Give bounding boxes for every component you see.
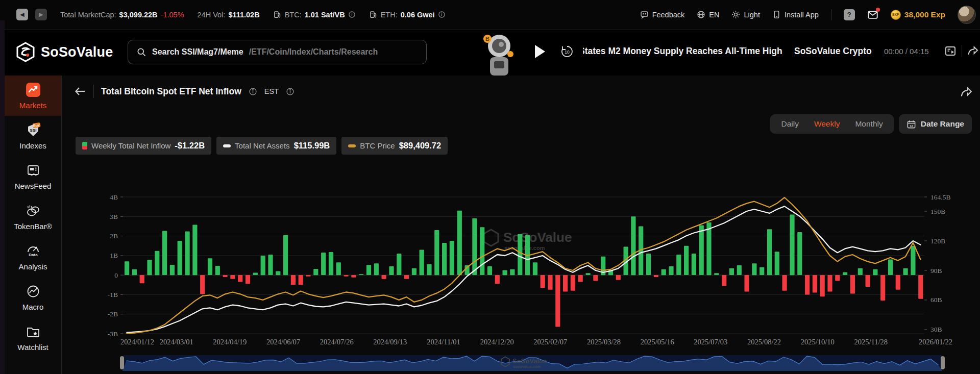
info-icon[interactable] [438,11,446,18]
market-cap-stat: Total MarketCap: $3,099.22B -1.05% [60,11,184,19]
sidebar-item-label: Watchlist [17,343,48,352]
assets-swatch-icon [223,144,231,147]
svg-text:-3B: -3B [108,330,118,338]
search-input[interactable]: Search SSI/Mag7/Meme/ETF/Coin/Index/Char… [128,40,427,64]
language-selector[interactable]: EN [697,10,719,19]
chart-page: Total Bitcoin Spot ETF Net Inflow EST Da… [62,76,980,374]
video-time: 00:00 / 04:15 [884,47,929,56]
back-arrow-icon[interactable] [74,85,86,97]
sidebar-item-macro[interactable]: Macro [5,277,61,317]
svg-text:2024/06/07: 2024/06/07 [266,338,300,346]
user-avatar[interactable] [958,6,976,24]
sidebar-item-indexes[interactable]: SSIBuy Indexes [5,116,61,156]
exp-balance[interactable]: EXP 38,000 Exp [891,10,945,20]
token-coins-icon [26,203,41,218]
divider [962,45,962,57]
eth-gas-value: 0.06 Gwei [401,11,435,19]
sidebar-item-markets[interactable]: Markets [5,76,61,116]
svg-text:90B: 90B [930,267,942,275]
sidebar-item-label: NewsFeed [15,182,52,190]
legend-net-assets[interactable]: Total Net Assets $115.99B [216,137,336,155]
minimap-scrollbar[interactable]: SoSoValuesosovalue.com [97,354,980,372]
main-chart[interactable]: 4B3B2B1B0-1B-2B-3B164.5B150B120B90B60B30… [97,189,980,350]
chart-legend: Weekly Total Net Inflow -$1.22B Total Ne… [76,137,448,155]
sidebar-item-analysis[interactable]: Data Analysis [5,237,61,277]
market-cap-value: $3,099.22B [119,11,158,19]
svg-text:2024/12/20: 2024/12/20 [480,338,514,346]
inflow-swatch-icon [82,142,87,149]
sidebar-item-label: Macro [22,303,44,311]
sidebar-item-tokenbar[interactable]: TokenBar® [5,196,61,237]
svg-text:2025/08/22: 2025/08/22 [747,338,781,346]
btc-swatch-icon [348,144,356,147]
nav-forward-button[interactable]: ▶ [35,9,47,20]
minimap-right-handle [941,356,945,369]
svg-text:SSI: SSI [30,128,36,133]
top-stats-bar: ◀ ▶ Total MarketCap: $3,099.22B -1.05% 2… [0,0,980,30]
date-range-button[interactable]: 12 Date Range [899,114,972,134]
legend-value: -$1.22B [175,141,205,151]
info-icon[interactable] [249,87,257,96]
search-icon [136,47,146,57]
mobile-phone-icon [772,10,781,19]
svg-text:0: 0 [114,271,118,279]
info-icon[interactable] [286,87,295,96]
search-placeholder-rest: /ETF/Coin/Index/Charts/Research [249,47,378,57]
volume-value: $111.02B [228,11,259,19]
nav-back-button[interactable]: ◀ [16,9,28,20]
install-app-button[interactable]: Install App [772,10,819,19]
svg-text:-1B: -1B [108,291,118,298]
svg-text:2025/10/10: 2025/10/10 [801,338,835,346]
sidebar-item-label: Markets [19,101,46,110]
window-edge-strip [0,20,5,374]
svg-text:150B: 150B [930,208,945,215]
divider [93,85,94,98]
newspaper-icon [26,163,41,178]
sidebar-item-watchlist[interactable]: Watchlist [5,317,61,358]
svg-text:1B: 1B [110,252,118,259]
svg-text:60B: 60B [930,296,942,304]
tab-monthly[interactable]: Monthly [847,119,890,129]
sosovalue-logo[interactable]: SoSoValue [15,42,113,62]
playlist-icon[interactable] [944,45,957,57]
video-headline-marquee[interactable]: States M2 Money Supply Reaches All-Time … [583,46,783,58]
svg-text:-2B: -2B [108,310,118,318]
feedback-bubble-icon [640,10,649,19]
video-thumbnail[interactable]: B [481,32,513,76]
play-button[interactable] [535,45,545,58]
legend-label: Total Net Assets [235,141,290,150]
share-chart-icon[interactable] [960,86,973,99]
svg-text:2025/05/16: 2025/05/16 [641,338,674,346]
svg-text:B: B [485,36,489,42]
video-channel: SoSoValue Crypto [794,46,872,57]
brand-wordmark: SoSoValue [41,44,113,60]
theme-toggle[interactable]: Light [731,10,760,19]
page-header: Total Bitcoin Spot ETF Net Inflow EST [74,85,295,98]
install-label: Install App [785,11,819,19]
legend-btc-price[interactable]: BTC Price $89,409.72 [341,137,448,155]
help-guide-icon[interactable]: ? [844,9,855,20]
page-title: Total Bitcoin Spot ETF Net Inflow [101,86,241,97]
info-icon[interactable] [348,11,356,18]
inbox-button[interactable] [867,9,878,20]
svg-text:30B: 30B [930,326,942,333]
svg-text:2024/11/01: 2024/11/01 [427,338,460,346]
interval-tabs: Daily Weekly Monthly [770,114,893,134]
share-icon[interactable] [967,45,979,57]
range-controls: Daily Weekly Monthly 12 Date Range [770,114,972,134]
exp-value: 38,000 Exp [904,10,945,19]
tab-weekly[interactable]: Weekly [806,119,848,129]
legend-label: Weekly Total Net Inflow [91,141,170,150]
sidebar-item-newsfeed[interactable]: NewsFeed [5,156,61,196]
tab-daily[interactable]: Daily [773,119,806,129]
theme-label: Light [744,11,760,19]
gas-pump-icon [273,10,282,19]
timezone-label: EST [264,87,279,95]
eth-gas-stat: ETH: 0.06 Gwei [369,10,446,19]
calendar-icon: 12 [906,119,916,129]
sidebar-nav: Markets SSIBuy Indexes NewsFeed TokenBar… [5,76,62,374]
feedback-button[interactable]: Feedback [640,10,685,19]
replay-10-icon[interactable]: 10 [560,45,574,58]
search-placeholder-strong: Search SSI/Mag7/Meme [152,47,243,57]
legend-net-inflow[interactable]: Weekly Total Net Inflow -$1.22B [76,137,211,155]
